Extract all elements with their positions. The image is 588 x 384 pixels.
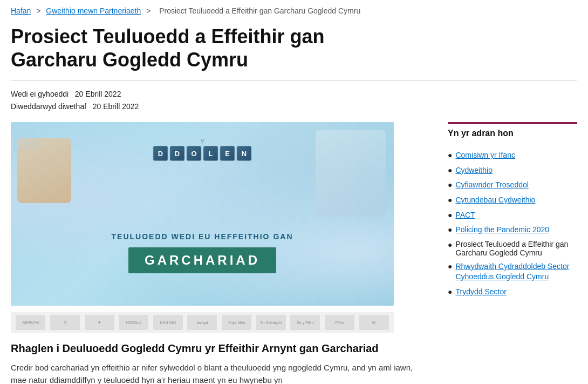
logo-iechyd: Iechyd [187,315,217,330]
sidebar-link-rhwydwaith[interactable]: Rhwydwaith Cydraddoldeb Sector Cyhoeddus… [455,261,577,282]
hero-subtitle: TEULUOEDD WEDI EU HEFFEITHIO GAN [27,232,378,241]
hero-main-banner: GARCHARIAD [128,247,276,273]
updated-label: Diweddarwyd diwethaf [11,102,86,111]
bullet-2: ● [448,166,452,174]
sidebar-link-cytundebau[interactable]: Cytundebau Cydweithio [455,195,535,206]
updated-date: 20 Ebrill 2022 [93,102,139,111]
main-layout: Y D D O L E N TEULUOEDD WEDI EU HEFFEITH… [11,122,577,384]
sidebar-active-item: Prosiect Teuluoedd a Effeithir gan Garch… [455,240,577,257]
bullet-7: ● [448,240,452,249]
meta-info: Wedi ei gyhoeddi 20 Ebrill 2022 Diweddar… [11,88,577,112]
sidebar-link-cydweithio[interactable]: Cydweithio [455,165,492,176]
y-text: Y [153,138,252,145]
breadcrumb: Hafan > Gweithio mewn Partneriaeth > Pro… [11,0,577,19]
ddolen-e: E [220,146,235,161]
sidebar-list: ● Comisiwn yr Ifanc ● Cydweithio ● Cyfia… [448,148,577,299]
hero-image: Y D D O L E N TEULUOEDD WEDI EU HEFFEITH… [11,122,394,306]
sidebar-item-cyfiawnder: ● Cyfiawnder Troseddol [448,178,577,193]
logos-strip: BERWYN G ★ HEDDLU NHS GIG Iechyd Ynys Mô… [11,312,394,333]
logo-nhs: NHS GIG [153,315,183,330]
sidebar: Yn yr adran hon ● Comisiwn yr Ifanc ● Cy… [448,122,577,299]
page-title: Prosiect Teuluoedd a Effeithir gan Garch… [11,25,399,71]
breadcrumb-link-hafan[interactable]: Hafan [11,6,31,15]
sidebar-link-trydydd[interactable]: Trydydd Sector [455,287,506,298]
logo-heddlu: HEDDLU [119,315,148,330]
logo-fflint: Sir y Fflint [290,315,320,330]
puzzle-piece-1 [13,125,46,157]
logo-w: W [359,315,389,330]
bullet-9: ● [448,287,452,296]
logo-star: ★ [85,315,114,330]
sidebar-link-policing[interactable]: Policing the Pandemic 2020 [455,225,549,235]
bullet-1: ● [448,151,452,159]
bullet-4: ● [448,196,452,204]
content-paragraph: Credir bod carchariad yn effeithio ar ni… [11,361,426,384]
ddolen-block: Y D D O L E N [153,138,252,161]
sidebar-item-prosiect: ● Prosiect Teuluoedd a Effeithir gan Gar… [448,238,577,259]
breadcrumb-link-gweithio[interactable]: Gweithio mewn Partneriaeth [46,6,141,15]
sidebar-link-cyfiawnder[interactable]: Cyfiawnder Troseddol [455,180,528,191]
ddolen-o: O [187,146,202,161]
sidebar-section-title: Yn yr adran hon [448,122,577,140]
sidebar-item-cydweithio: ● Cydweithio [448,163,577,178]
ddolen-d1: D [153,146,168,161]
breadcrumb-separator-1: > [36,6,43,15]
published-label: Wedi ei gyhoeddi [11,90,69,98]
ddolen-n: N [237,146,252,161]
sidebar-item-comisiwn: ● Comisiwn yr Ifanc [448,148,577,163]
ddolen-d2: D [170,146,185,161]
sidebar-item-cytundebau: ● Cytundebau Cydweithio [448,193,577,208]
content-left: Y D D O L E N TEULUOEDD WEDI EU HEFFEITH… [11,122,426,384]
bullet-3: ● [448,180,452,189]
sidebar-item-rhwydwaith: ● Rhwydwaith Cydraddoldeb Sector Cyhoedd… [448,259,577,285]
logo-g: G [50,315,80,330]
breadcrumb-separator-2: > [146,6,153,15]
published-date: 20 Ebrill 2022 [75,90,121,98]
hero-text-block: TEULUOEDD WEDI EU HEFFEITHIO GAN GARCHAR… [11,232,394,273]
sidebar-link-comisiwn[interactable]: Comisiwn yr Ifanc [455,150,515,161]
bullet-8: ● [448,262,452,271]
content-heading: Rhaglen i Deuluoedd Gogledd Cymru yr Eff… [11,342,426,355]
logo-ynys: Ynys Môn [222,315,251,330]
sidebar-item-policing: ● Policing the Pandemic 2020 [448,223,577,238]
bullet-6: ● [448,225,452,234]
sidebar-item-trydydd: ● Trydydd Sector [448,285,577,300]
sidebar-link-pact[interactable]: PACT [455,210,475,221]
ddolen-letters: D D O L E N [153,146,252,161]
sidebar-item-pact: ● PACT [448,208,577,223]
ddolen-l: L [203,146,218,161]
title-divider [11,80,577,80]
man-child-image [316,130,386,217]
bullet-5: ● [448,211,452,219]
logo-ddinbych: Sir Ddinbych [256,315,286,330]
logo-berwyn: BERWYN [16,315,45,330]
breadcrumb-current: Prosiect Teuluoedd a Effeithir gan Garch… [159,6,360,15]
logo-fflint2: Fflint [325,315,354,330]
